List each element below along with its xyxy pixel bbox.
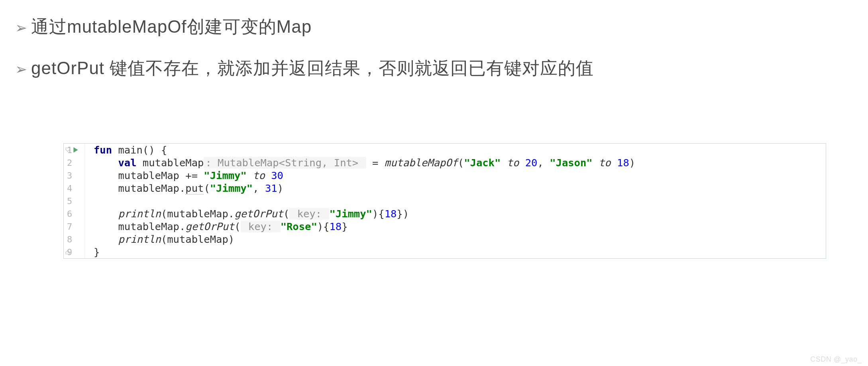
code-line: 9 } (64, 246, 826, 258)
number-literal: 30 (271, 169, 283, 181)
method-getorput: getOrPut (234, 208, 283, 220)
function-println: println (118, 208, 161, 220)
number-literal: 18 (329, 220, 342, 232)
line-number: 2 (64, 158, 72, 168)
bullet-item-2: ➢ getOrPut 键值不存在，就添加并返回结果，否则就返回已有键对应的值 (15, 57, 868, 80)
line-number: 5 (64, 196, 72, 206)
method-getorput: getOrPut (185, 220, 234, 232)
string-literal: "Jimmy" (329, 208, 372, 220)
inlay-type-hint: : MutableMap<String, Int> (204, 157, 366, 169)
bullet-marker-icon: ➢ (15, 61, 27, 78)
code-text: } (94, 246, 100, 258)
number-literal: 18 (385, 208, 397, 220)
bullet-marker-icon: ➢ (15, 20, 27, 36)
keyword-val: val (118, 157, 136, 169)
line-number: 4 (64, 183, 72, 193)
code-line: 7 mutableMap.getOrPut( key: "Rose"){18} (64, 220, 826, 233)
bullet-text-1: 通过mutableMapOf创建可变的Map (31, 15, 312, 39)
number-literal: 18 (617, 157, 629, 169)
code-line: 6 println(mutableMap.getOrPut( key: "Jim… (64, 207, 826, 220)
string-literal: "Jimmy" (210, 182, 253, 194)
fold-close-icon[interactable] (65, 224, 114, 279)
bullet-text-2: getOrPut 键值不存在，就添加并返回结果，否则就返回已有键对应的值 (31, 57, 594, 80)
method-put: put (185, 182, 204, 195)
string-literal: "Jack" (464, 157, 501, 169)
code-line: 4 mutableMap.put("Jimmy", 31) (64, 182, 826, 195)
code-text: main() { (112, 144, 167, 156)
string-literal: "Jimmy" (204, 169, 246, 181)
code-text: mutableMap (136, 157, 204, 169)
code-line: 5 (64, 195, 826, 207)
function-println: println (118, 233, 161, 245)
string-literal: "Rose" (281, 220, 317, 232)
code-line: 3 mutableMap += "Jimmy" to 30 (64, 169, 826, 182)
line-number: 6 (64, 209, 72, 219)
code-editor: 1 fun main() { 2 val mutableMap: Mutable… (63, 143, 826, 259)
code-line: 2 val mutableMap: MutableMap<String, Int… (64, 156, 826, 169)
number-literal: 20 (525, 157, 538, 169)
function-call: mutableMapOf (385, 157, 458, 169)
bullet-item-1: ➢ 通过mutableMapOf创建可变的Map (15, 15, 868, 39)
code-text: (mutableMap) (161, 233, 234, 245)
string-literal: "Jason" (550, 157, 592, 169)
watermark-text: CSDN @_yao_ (810, 355, 862, 364)
code-line: 1 fun main() { (64, 144, 826, 156)
inlay-param-hint: key: (289, 208, 329, 220)
code-text: mutableMap. (118, 182, 185, 194)
line-number: 3 (64, 171, 72, 181)
code-text: mutableMap += (118, 169, 204, 181)
code-text: mutableMap. (118, 220, 185, 232)
code-line: 8 println(mutableMap) (64, 233, 826, 246)
number-literal: 31 (265, 182, 277, 194)
inlay-param-hint: key: (241, 220, 281, 232)
keyword-fun: fun (94, 144, 112, 156)
